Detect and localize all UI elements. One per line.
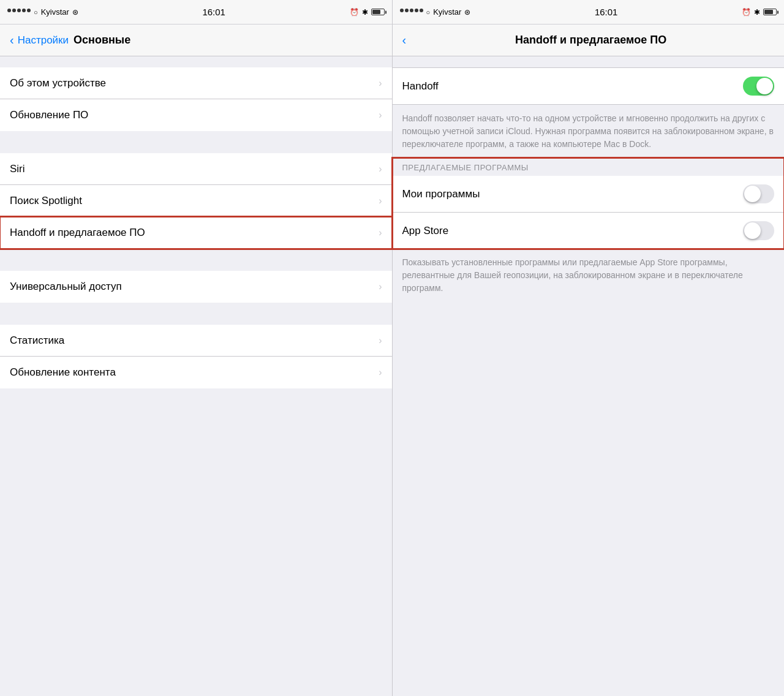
chevron-icon: ›	[379, 78, 382, 89]
app-store-toggle[interactable]	[743, 221, 774, 240]
handoff-section: Handoff Handoff позволяет начать что-то …	[393, 67, 785, 158]
right-status-left: ○ Kyivstar ⊛	[400, 7, 471, 17]
right-panel: ‹ Handoff и предлагаемое ПО Handoff Hand…	[392, 25, 785, 696]
app-store-row[interactable]: App Store	[393, 213, 785, 249]
chevron-icon: ›	[379, 367, 382, 378]
back-label: Настройки	[18, 34, 69, 47]
right-nav-header: ‹ Handoff и предлагаемое ПО	[393, 25, 785, 56]
right-alarm-icon: ⏰	[742, 8, 751, 17]
right-status-bar: ○ Kyivstar ⊛ 16:01 ⏰ ✱	[392, 0, 785, 25]
suggested-programs-section: ПРЕДЛАГАЕМЫЕ ПРОГРАММЫ Мои программы App…	[393, 158, 785, 249]
suggested-description: Показывать установленные программы или п…	[393, 249, 785, 302]
toggle-knob	[756, 78, 773, 94]
settings-item-about[interactable]: Об этом устройстве ›	[0, 67, 392, 99]
right-carrier: Kyivstar	[433, 7, 461, 17]
settings-item-stats[interactable]: Статистика ›	[0, 325, 392, 357]
my-programs-row[interactable]: Мои программы	[393, 176, 785, 213]
right-wifi-icon: ⊛	[464, 8, 470, 17]
right-time: 16:01	[595, 7, 618, 17]
bluetooth-icon: ✱	[362, 8, 368, 17]
chevron-icon: ›	[379, 195, 382, 206]
settings-item-accessibility[interactable]: Универсальный доступ ›	[0, 271, 392, 303]
right-nav-title: Handoff и предлагаемое ПО	[515, 34, 666, 47]
left-nav-title: Основные	[74, 34, 130, 47]
battery-icon-right	[763, 9, 777, 15]
settings-list-2: Siri › Поиск Spotlight › Handoff и предл…	[0, 153, 392, 249]
settings-list: Об этом устройстве › Обновление ПО ›	[0, 67, 392, 131]
settings-list-3: Универсальный доступ ›	[0, 271, 392, 303]
handoff-toggle[interactable]	[743, 77, 774, 96]
handoff-row: Handoff	[393, 67, 785, 105]
battery-icon-left	[371, 9, 385, 15]
left-status-right: ⏰ ✱	[350, 8, 385, 17]
left-nav-header: ‹ Настройки Основные	[0, 25, 392, 56]
settings-item-siri[interactable]: Siri ›	[0, 153, 392, 185]
toggle-knob-2	[744, 186, 761, 202]
right-nav-title-container: Handoff и предлагаемое ПО	[407, 34, 774, 47]
signal-dots: ○	[7, 9, 38, 16]
chevron-icon: ›	[379, 335, 382, 346]
left-panel: ‹ Настройки Основные Об этом устройстве …	[0, 25, 392, 696]
chevron-icon: ›	[379, 110, 382, 121]
toggle-knob-3	[744, 222, 761, 239]
settings-list-4: Статистика › Обновление контента ›	[0, 325, 392, 388]
left-status-left: ○ Kyivstar ⊛	[7, 7, 78, 17]
chevron-icon: ›	[379, 227, 382, 238]
my-programs-label: Мои программы	[402, 188, 480, 200]
settings-item-spotlight[interactable]: Поиск Spotlight ›	[0, 185, 392, 217]
chevron-icon: ›	[379, 281, 382, 292]
right-bluetooth-icon: ✱	[754, 8, 760, 17]
settings-item-handoff[interactable]: Handoff и предлагаемое ПО ›	[0, 217, 392, 249]
app-store-label: App Store	[402, 225, 449, 237]
chevron-icon: ›	[379, 164, 382, 175]
suggested-section-header: ПРЕДЛАГАЕМЫЕ ПРОГРАММЫ	[393, 158, 785, 176]
right-back-arrow-icon: ‹	[402, 33, 407, 47]
my-programs-toggle[interactable]	[743, 184, 774, 203]
left-status-bar: ○ Kyivstar ⊛ 16:01 ⏰ ✱	[0, 0, 392, 25]
settings-item-content-update[interactable]: Обновление контента ›	[0, 357, 392, 388]
back-button[interactable]: ‹ Настройки	[10, 33, 69, 47]
left-wifi-icon: ⊛	[72, 8, 78, 17]
left-time: 16:01	[202, 7, 225, 17]
handoff-label: Handoff	[402, 80, 439, 93]
settings-item-update[interactable]: Обновление ПО ›	[0, 99, 392, 131]
left-carrier: Kyivstar	[41, 7, 69, 17]
suggested-rows: Мои программы App Store	[393, 176, 785, 249]
alarm-icon: ⏰	[350, 8, 359, 17]
right-back-button[interactable]: ‹	[402, 33, 408, 47]
right-status-right: ⏰ ✱	[742, 8, 777, 17]
handoff-description: Handoff позволяет начать что-то на одном…	[393, 105, 785, 158]
back-arrow-icon: ‹	[10, 33, 14, 47]
right-signal-dots: ○	[400, 9, 431, 16]
